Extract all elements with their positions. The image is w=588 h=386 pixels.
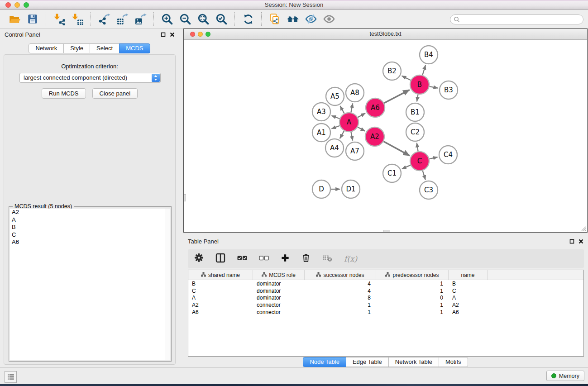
- graph-edge-B-B2[interactable]: [402, 76, 411, 81]
- task-history-button[interactable]: [5, 371, 17, 383]
- add-column-icon[interactable]: [281, 253, 290, 264]
- table-cell[interactable]: A: [188, 295, 253, 301]
- graph-edge-C-C3[interactable]: [423, 171, 425, 180]
- table-cell[interactable]: 1: [305, 309, 376, 315]
- close-panel-button[interactable]: Close panel: [92, 88, 138, 99]
- mcds-result-item[interactable]: A6: [10, 238, 170, 246]
- mcds-result-item[interactable]: A: [10, 216, 170, 224]
- open-file-icon[interactable]: [7, 11, 22, 27]
- zoom-fit-icon[interactable]: [196, 11, 211, 27]
- table-cell[interactable]: A: [449, 295, 488, 301]
- hide-graphics-details-icon[interactable]: [303, 11, 319, 27]
- table-cell[interactable]: connector: [253, 309, 305, 315]
- graph-edge-B-B3[interactable]: [430, 86, 438, 88]
- graph-edge-A-A7[interactable]: [351, 132, 353, 141]
- table-cell[interactable]: A6: [449, 309, 488, 315]
- float-table-panel-icon[interactable]: [569, 239, 574, 244]
- column-header-predecessor-nodes[interactable]: predecessor nodes: [376, 270, 449, 280]
- graph-edge-A-A8[interactable]: [351, 104, 353, 113]
- tab-mcds[interactable]: MCDS: [119, 43, 150, 53]
- table-row[interactable]: Cdominator41C: [188, 287, 583, 295]
- table-cell[interactable]: 1: [305, 302, 376, 308]
- graph-edge-A-A1[interactable]: [331, 126, 339, 129]
- function-builder-icon[interactable]: f(x): [344, 254, 357, 263]
- mcds-list-scrollbar[interactable]: [165, 209, 170, 360]
- refresh-icon[interactable]: [240, 11, 256, 27]
- float-panel-icon[interactable]: [161, 32, 166, 37]
- table-cell[interactable]: B: [449, 281, 488, 287]
- graph-edge-A-A5[interactable]: [340, 106, 344, 114]
- table-cell[interactable]: dominator: [253, 288, 305, 294]
- table-cell[interactable]: dominator: [253, 281, 305, 287]
- import-network-icon[interactable]: [52, 11, 67, 27]
- memory-button[interactable]: Memory: [546, 371, 584, 381]
- delete-table-icon[interactable]: [322, 253, 332, 264]
- import-table-icon[interactable]: [70, 11, 85, 27]
- resize-grip-icon[interactable]: [580, 225, 586, 231]
- table-cell[interactable]: 0: [376, 295, 449, 301]
- tab-network[interactable]: Network: [29, 43, 64, 53]
- table-row[interactable]: A6connector11A6: [188, 309, 583, 316]
- select-all-icon[interactable]: [237, 255, 247, 263]
- close-table-panel-icon[interactable]: [578, 239, 583, 244]
- network-window-titlebar[interactable]: testGlobe.txt: [184, 29, 587, 40]
- zoom-selected-icon[interactable]: [214, 11, 229, 27]
- table-cell[interactable]: A2: [449, 302, 488, 308]
- tab-network-table[interactable]: Network Table: [388, 357, 439, 367]
- canvas-left-scroll-handle[interactable]: [184, 194, 186, 201]
- table-row[interactable]: Bdominator41B: [188, 280, 583, 287]
- new-session-from-network-icon[interactable]: [267, 11, 282, 27]
- delete-column-icon[interactable]: [301, 253, 311, 264]
- tab-select[interactable]: Select: [90, 43, 120, 53]
- graph-edge-A-A3[interactable]: [331, 115, 339, 119]
- mcds-result-item[interactable]: C: [10, 231, 170, 239]
- graph-edge-A-A2[interactable]: [358, 127, 365, 131]
- table-cell[interactable]: A6: [188, 309, 253, 315]
- canvas-bottom-scroll-handle[interactable]: [383, 230, 390, 232]
- home-icon[interactable]: [285, 11, 301, 27]
- table-cell[interactable]: connector: [253, 302, 305, 308]
- graph-edge-A6-B[interactable]: [384, 90, 410, 103]
- mcds-result-item[interactable]: B: [10, 224, 170, 231]
- close-panel-icon[interactable]: [170, 32, 175, 37]
- tab-node-table[interactable]: Node Table: [303, 357, 346, 367]
- table-mode-columns-icon[interactable]: [215, 253, 225, 265]
- column-header-successor-nodes[interactable]: successor nodes: [305, 270, 376, 280]
- show-graphics-details-icon[interactable]: [321, 11, 337, 27]
- table-cell[interactable]: 4: [305, 281, 376, 287]
- tab-motifs[interactable]: Motifs: [439, 357, 468, 367]
- table-cell[interactable]: dominator: [253, 295, 305, 301]
- table-cell[interactable]: C: [188, 288, 253, 294]
- table-cell[interactable]: B: [188, 281, 253, 287]
- column-header-MCDS-role[interactable]: MCDS role: [253, 270, 305, 280]
- graph-edge-B-B4[interactable]: [422, 65, 425, 75]
- graph-edge-A-A6[interactable]: [358, 113, 365, 117]
- table-row[interactable]: A2connector11A2: [188, 301, 583, 309]
- table-row[interactable]: Adominator80A: [188, 295, 583, 302]
- save-session-icon[interactable]: [25, 11, 40, 27]
- graph-edge-C-C4[interactable]: [429, 157, 437, 159]
- table-cell[interactable]: 4: [305, 288, 376, 294]
- settings-gear-icon[interactable]: [194, 253, 204, 264]
- graph-edge-C-C2[interactable]: [417, 143, 418, 152]
- criterion-select[interactable]: largest connected component (directed): [19, 73, 161, 83]
- export-image-icon[interactable]: [133, 11, 148, 27]
- zoom-in-icon[interactable]: [159, 11, 175, 27]
- column-header-name[interactable]: name: [449, 270, 488, 280]
- tab-style[interactable]: Style: [63, 43, 90, 53]
- table-cell[interactable]: 1: [376, 281, 449, 287]
- graph-edge-A2-C[interactable]: [383, 142, 410, 156]
- table-cell[interactable]: C: [449, 288, 488, 294]
- zoom-out-icon[interactable]: [177, 11, 193, 27]
- tab-edge-table[interactable]: Edge Table: [346, 357, 389, 367]
- graph-edge-A-A4[interactable]: [340, 131, 344, 138]
- run-mcds-button[interactable]: Run MCDS: [42, 88, 86, 99]
- table-cell[interactable]: 1: [376, 288, 449, 294]
- table-cell[interactable]: 1: [376, 309, 449, 315]
- table-cell[interactable]: 1: [376, 302, 449, 308]
- table-cell[interactable]: 8: [305, 295, 376, 301]
- graph-edge-C-C1[interactable]: [402, 165, 411, 169]
- column-header-shared-name[interactable]: shared name: [188, 270, 253, 280]
- deselect-all-icon[interactable]: [259, 255, 269, 263]
- export-network-icon[interactable]: [96, 11, 112, 27]
